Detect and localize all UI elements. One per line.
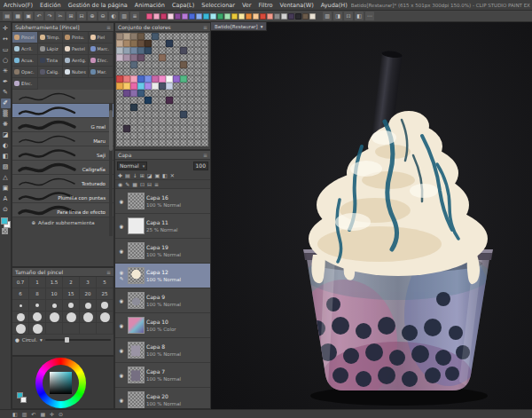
subtool-group-tab[interactable]: Aeróg. <box>63 55 89 67</box>
brush-size-option[interactable] <box>12 323 29 335</box>
history-swatch[interactable] <box>295 13 301 20</box>
subtool-scrollbar[interactable] <box>109 103 113 236</box>
color-swatch[interactable] <box>187 83 194 90</box>
color-swatch[interactable] <box>116 33 123 40</box>
color-swatch[interactable] <box>194 125 201 132</box>
history-swatch[interactable] <box>203 13 209 20</box>
history-icon[interactable]: ↶ <box>31 411 35 417</box>
save-icon[interactable]: ▣ <box>24 12 33 20</box>
raster-icon[interactable]: ▦ <box>132 181 137 187</box>
reference-icon[interactable]: ⊡ <box>344 12 353 20</box>
color-swatch[interactable] <box>166 75 173 83</box>
color-swatch[interactable] <box>194 61 201 68</box>
color-swatch[interactable] <box>137 90 145 97</box>
layer-thumbnail[interactable] <box>128 367 145 383</box>
fg-bg-icon[interactable]: ◧ <box>12 411 18 417</box>
brush-size-slider[interactable] <box>45 339 111 341</box>
history-swatch[interactable] <box>231 13 238 20</box>
color-swatch[interactable] <box>145 125 152 132</box>
color-swatch[interactable] <box>152 68 159 75</box>
color-swatch[interactable] <box>137 40 145 47</box>
brush-size-option[interactable] <box>97 312 113 323</box>
grid-icon[interactable]: ▥ <box>120 12 129 20</box>
color-swatch[interactable] <box>194 104 201 111</box>
color-swatch[interactable] <box>201 33 208 40</box>
color-swatch[interactable] <box>145 111 152 118</box>
operation-tool[interactable]: ✛ <box>1 24 11 34</box>
color-swatch[interactable] <box>159 54 166 61</box>
subtool-group-tab[interactable]: Mar. <box>89 67 114 78</box>
color-swatch[interactable] <box>116 132 123 139</box>
color-swatch[interactable] <box>166 61 173 68</box>
color-swatch[interactable] <box>166 118 173 125</box>
magic-wand-tool[interactable]: ✳ <box>1 67 11 76</box>
undo-icon[interactable]: ↶ <box>35 12 43 20</box>
color-swatch[interactable] <box>130 61 137 68</box>
color-swatch[interactable] <box>180 118 187 125</box>
color-swatch[interactable] <box>130 139 137 146</box>
color-swatch[interactable] <box>123 104 130 111</box>
menu-item-5[interactable]: Seleccionar <box>198 2 239 9</box>
visibility-eye-icon[interactable]: ◉ <box>120 270 124 275</box>
color-swatch[interactable] <box>187 132 194 139</box>
transparent-color-chip[interactable] <box>2 228 8 234</box>
color-swatch[interactable] <box>180 75 187 83</box>
color-swatch[interactable] <box>152 125 159 132</box>
color-swatch[interactable] <box>159 40 166 47</box>
brush-item[interactable]: Maru <box>12 132 113 146</box>
color-swatch[interactable] <box>145 33 152 40</box>
subtool-group-tab[interactable]: Piel <box>89 32 114 43</box>
color-swatch[interactable] <box>201 40 208 47</box>
edit-target-icon[interactable]: ✎ <box>125 181 129 187</box>
color-swatch[interactable] <box>152 111 159 118</box>
color-swatch[interactable] <box>187 104 194 111</box>
history-swatch[interactable] <box>224 13 231 20</box>
history-swatch[interactable] <box>267 13 273 20</box>
color-swatch[interactable] <box>187 61 194 68</box>
pencil-tool[interactable]: ✎ <box>1 88 11 98</box>
material-icon[interactable]: ◨ <box>333 12 342 20</box>
color-swatch[interactable] <box>116 54 123 61</box>
color-swatch[interactable] <box>194 118 201 125</box>
color-swatch[interactable] <box>130 68 137 75</box>
visibility-eye-icon[interactable]: ◉ <box>120 199 124 204</box>
brush-size-option[interactable]: 1 <box>29 277 46 288</box>
color-swatch[interactable] <box>187 68 194 75</box>
color-swatch[interactable] <box>159 125 166 132</box>
subtool-group-tab[interactable]: Efec. <box>12 78 38 90</box>
brush-item[interactable]: Plumilla con puntas <box>12 189 113 203</box>
history-swatch[interactable] <box>274 13 280 20</box>
brush-size-option[interactable] <box>63 312 80 323</box>
menu-item-2[interactable]: Gestión de la página <box>65 2 131 9</box>
blend-mode-select[interactable]: Normal ▾ <box>117 162 147 170</box>
color-swatch[interactable] <box>159 132 166 139</box>
color-swatch[interactable] <box>152 97 159 104</box>
color-swatch[interactable] <box>137 111 145 118</box>
color-swatch[interactable] <box>159 75 166 83</box>
clip-icon[interactable]: ◧ <box>162 172 168 178</box>
panel-menu-icon[interactable]: ≡ <box>106 268 111 276</box>
history-swatch[interactable] <box>189 13 195 20</box>
history-swatch[interactable] <box>196 13 202 20</box>
subtool-group-tab[interactable]: Pastel <box>63 43 89 55</box>
color-swatch[interactable] <box>180 97 187 104</box>
ruler-icon[interactable]: ▥ <box>323 12 332 20</box>
layer-thumbnail[interactable] <box>128 391 145 408</box>
color-swatch[interactable] <box>201 139 208 146</box>
pen-tool[interactable]: ✒ <box>1 77 11 87</box>
layer-row[interactable]: ◉Capa 8100 % Normal <box>115 338 210 363</box>
color-swatch[interactable] <box>123 75 130 83</box>
palette-icon[interactable]: ▥ <box>22 411 27 417</box>
color-swatch[interactable] <box>152 40 159 47</box>
color-swatch[interactable] <box>159 33 166 40</box>
color-swatch[interactable] <box>201 97 208 104</box>
chevron-down-icon[interactable]: ▾ <box>40 337 43 343</box>
color-swatch[interactable] <box>116 125 123 132</box>
layer-row[interactable]: ◉Capa 1125 % Normal <box>115 214 210 239</box>
balloon-tool[interactable]: ⊙ <box>1 205 11 215</box>
color-swatch[interactable] <box>173 111 180 118</box>
color-swatch[interactable] <box>152 33 159 40</box>
gradient-tool[interactable]: ▨ <box>1 162 11 172</box>
brush-size-option[interactable]: 25 <box>97 288 113 300</box>
color-swatch[interactable] <box>159 111 166 118</box>
